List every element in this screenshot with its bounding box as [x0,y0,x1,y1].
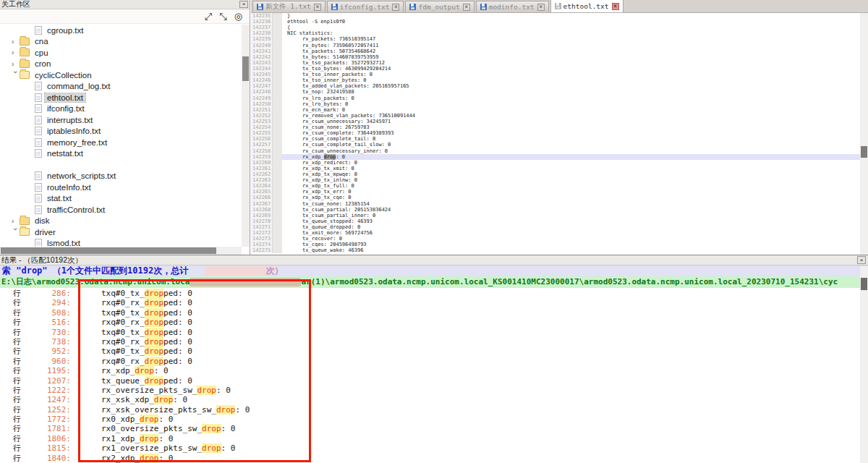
editor-line: 142268 tx_csum_partial: 205153836424 [251,207,860,213]
result-row[interactable]: 行738:rxq#0_rx_dropped: 0 [0,337,860,347]
tree-item-label: cpu [33,48,51,57]
result-row[interactable]: 行730:txq#0_tx_dropped: 0 [0,328,860,337]
chevron-down-icon[interactable]: › [12,228,20,236]
line-text: rx_csum_unnecessary: 34245971 [282,119,860,124]
tree-item-netstat-txt[interactable]: netstat.txt [0,148,242,160]
result-row[interactable]: 行294:rxq#0_rx_dropped: 0 [0,298,860,307]
close-icon[interactable]: × [392,4,399,11]
tree-item-stat-txt[interactable]: stat.txt [0,193,242,205]
line-number: 142242 [251,54,273,60]
result-row[interactable]: 行286:txq#0_tx_dropped: 0 [0,289,860,298]
workspace-horizontal-scrollbar[interactable] [0,247,242,255]
row-label: 行 [0,395,22,404]
result-row[interactable]: 行516:rxq#0_rx_dropped: 0 [0,318,860,327]
workspace-vertical-scrollbar-thumb[interactable] [242,56,249,81]
line-text: tx_xmit_more: 569724756 [282,230,860,236]
tab-fdm-output[interactable]: fdm_output× [405,1,474,12]
line-number: 142275 [251,247,273,253]
tree-item-cron[interactable]: ›cron [0,59,242,70]
tree-item-cycliccollection[interactable]: ›cyclicCollection [0,69,242,81]
search-results-panel: 结果 - （匹配10192次） × 索 "drop" （1个文件中匹配到1019… [0,255,868,463]
result-row[interactable]: 行508:txq#0_tx_dropped: 0 [0,308,860,318]
results-vertical-scrollbar-thumb[interactable] [861,278,867,290]
result-row[interactable]: 行1207:tx_queue_dropped: 0 [0,376,860,386]
line-number: 142252 [251,113,273,119]
tree-item-command-log-txt[interactable]: command_log.txt [0,81,242,93]
result-text: rx1_oversize_pkts_sw_drop: 0 [101,443,235,453]
search-summary-text: 索 "drop" （1个文件中匹配到10192次，总计 [2,266,188,276]
collapse-all-icon[interactable]: ⤡ [219,12,226,22]
tree-item-ifconfig-txt[interactable]: ifconfig.txt [0,103,242,115]
close-icon[interactable]: × [537,4,545,11]
tab--1-txt[interactable]: 新文件 1.txt× [252,1,326,12]
row-label: 行 [0,347,22,356]
tree-item-driver[interactable]: ›driver [0,226,242,238]
chevron-down-icon[interactable]: › [12,71,20,79]
result-row[interactable]: 行1772:rx0_xdp_drop: 0 [0,415,860,424]
tree-item-cpu[interactable]: ›cpu [0,47,242,59]
tree-item-iptablesinfo-txt[interactable]: iptablesInfo.txt [0,126,242,137]
editor-vertical-scrollbar-thumb[interactable] [861,146,867,158]
result-row[interactable]: 行1222:rx_oversize_pkts_sw_drop: 0 [0,386,860,395]
tab-modinfo-txt[interactable]: modinfo.txt× [476,1,549,12]
row-label: 行 [0,328,22,337]
result-row[interactable]: 行1781:rx0_oversize_pkts_sw_drop: 0 [0,424,860,433]
tree-item-lsmod-txt[interactable]: lsmod.txt [0,238,242,247]
tree-item-interrupts-txt[interactable]: interrupts.txt [0,114,242,126]
tree-item-label: stat.txt [45,194,74,203]
tree-item-ethtool-txt[interactable]: ethtool.txt [0,92,242,103]
save-icon [257,4,263,10]
tab-label: modinfo.txt [489,3,535,11]
chevron-right-icon[interactable]: › [12,38,20,46]
results-header-title: 结果 - （匹配10192次） [1,255,82,264]
result-row[interactable]: 行1840:rx2_xdp_drop: 0 [0,454,860,463]
workspace-horizontal-scrollbar-thumb[interactable] [1,247,216,254]
results-vertical-scrollbar[interactable] [860,266,868,463]
close-icon[interactable]: × [463,4,470,11]
tab-ifconfig-txt[interactable]: ifconfig.txt× [327,1,404,12]
workspace-close-icon[interactable]: × [239,1,248,8]
tree-item-routeinfo-txt[interactable]: routeInfo.txt [0,182,242,193]
close-icon[interactable]: × [314,4,321,11]
chevron-right-icon[interactable]: › [12,48,20,56]
locate-file-icon[interactable]: ◎ [234,12,242,22]
result-row[interactable]: 行1815:rx1_oversize_pkts_sw_drop: 0 [0,443,860,453]
result-row[interactable]: 行1252:rx_xsk_oversize_pkts_sw_drop: 0 [0,405,860,415]
chevron-right-icon[interactable]: › [12,217,20,225]
editor-vertical-scrollbar[interactable] [860,13,868,255]
result-row[interactable]: 行960:rxq#0_rx_dropped: 0 [0,357,860,366]
match-highlight: drop [324,154,336,160]
tree-item-trafficcontrol-txt[interactable]: trafficControl.txt [0,204,242,216]
tree-item-label: routeInfo.txt [45,183,93,192]
tree-item-memory-free-txt[interactable]: memory_free.txt [0,137,242,148]
fold-margin [273,247,282,253]
line-number: 142257 [251,142,273,148]
chevron-right-icon[interactable]: › [12,60,20,68]
editor-line: 142273 tx_recover: 0 [251,236,860,242]
match-highlight: drop [135,366,154,375]
tree-item-network-scripts-txt[interactable]: network_scripts.txt [0,171,242,182]
save-icon [480,4,487,10]
workspace-vertical-scrollbar[interactable] [242,25,250,247]
result-row[interactable]: 行1806:rx1_xdp_drop: 0 [0,434,860,443]
tab-ethtool-txt[interactable]: ethtool.txt× [550,0,624,12]
tree-item-cna[interactable]: ›cna [0,36,242,48]
fold-margin [273,236,282,242]
expand-all-icon[interactable]: ⤢ [205,12,212,22]
result-row[interactable]: 行952:txq#0_tx_dropped: 0 [0,347,860,356]
search-summary-row[interactable]: 索 "drop" （1个文件中匹配到10192次，总计 次） [0,266,868,276]
editor-line: 142247 tx_added_vlan_packets: 2051659571… [251,83,860,89]
tree-item-cgroup-txt[interactable]: cgroup.txt [0,25,242,36]
result-file-path-row[interactable]: E:\日志\armod0523.odata.ncmp.unicom.loca a… [0,276,868,288]
file-icon [35,104,42,113]
editor-body[interactable]: 142235}142236ethtool -S enp1s0f0142237{1… [251,13,860,255]
results-close-icon[interactable]: × [857,256,866,264]
result-row[interactable]: 行1247:rx_xsk_xdp_drop: 0 [0,395,860,404]
close-icon[interactable]: × [612,3,619,10]
line-text: tx_recover: 0 [282,236,860,242]
row-label: 行 [0,337,22,347]
tree-item-disk[interactable]: ›disk [0,216,242,227]
line-number: 142253 [251,119,273,124]
fold-margin [273,148,282,154]
result-row[interactable]: 行1195:rx_xdp_drop: 0 [0,366,860,375]
